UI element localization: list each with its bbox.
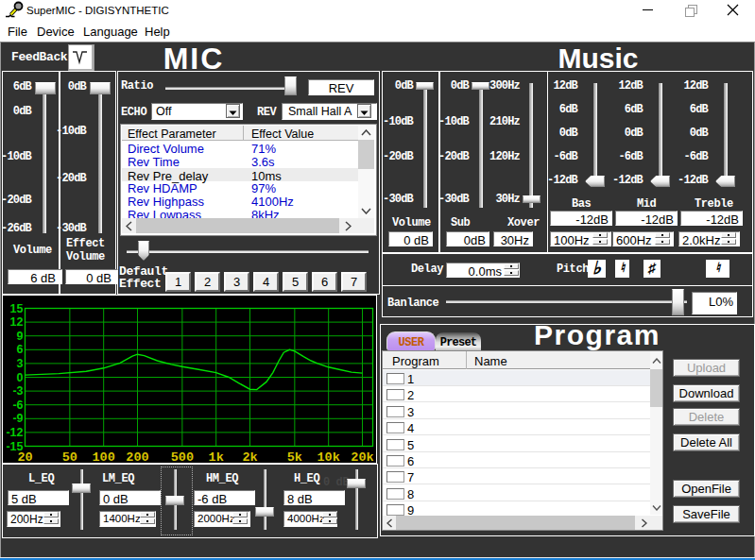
svg-text:500: 500 <box>171 450 194 464</box>
svg-text:-9: -9 <box>12 412 23 425</box>
svg-text:-6: -6 <box>12 399 23 412</box>
svg-text:3: 3 <box>17 357 24 370</box>
svg-text:50: 50 <box>62 450 77 464</box>
svg-text:12: 12 <box>10 315 24 329</box>
svg-text:1k: 1k <box>209 450 224 464</box>
svg-text:9: 9 <box>17 330 24 343</box>
svg-text:20k: 20k <box>351 450 373 464</box>
svg-text:0: 0 <box>17 371 24 384</box>
svg-text:100: 100 <box>93 450 115 464</box>
svg-text:10k: 10k <box>317 450 340 464</box>
svg-text:2k: 2k <box>242 450 257 464</box>
svg-text:15: 15 <box>10 302 24 315</box>
svg-text:-3: -3 <box>12 384 23 398</box>
svg-text:5k: 5k <box>287 450 302 464</box>
svg-text:-12: -12 <box>6 426 23 439</box>
svg-text:6: 6 <box>17 343 24 356</box>
svg-text:20: 20 <box>17 450 32 464</box>
svg-text:200: 200 <box>126 450 148 464</box>
